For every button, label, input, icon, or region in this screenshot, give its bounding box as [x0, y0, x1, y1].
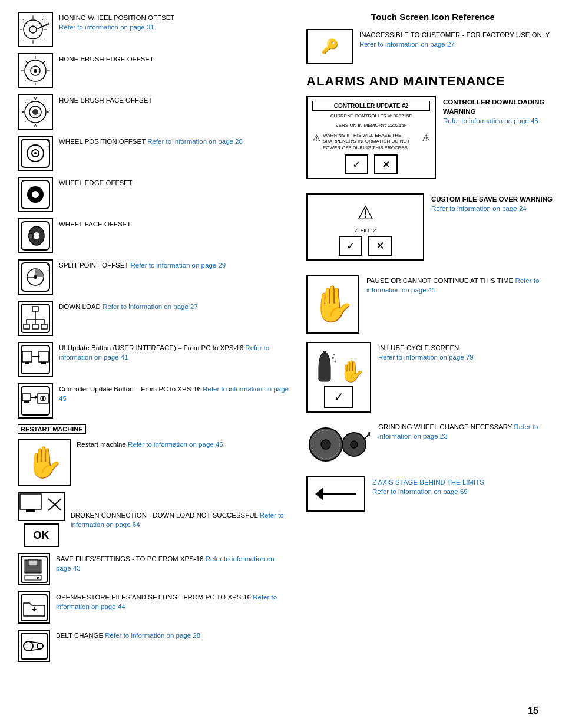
- controller-update-row: Controller Update Button – From PC to XP…: [18, 383, 289, 419]
- custom-file-btns: ✓ ✕: [312, 236, 418, 256]
- svg-line-33: [21, 112, 24, 113]
- grinding-wheel-row: GRINDING WHEEL CHANGE NECESSARY Refer to…: [306, 421, 560, 468]
- controller-box-btns: ✓ ✕: [312, 154, 430, 174]
- svg-point-87: [37, 577, 39, 579]
- wheel-position-text: WHEEL POSITION OFFSET Refer to informati…: [59, 136, 289, 146]
- restart-label: RESTART MACHINE: [18, 424, 289, 436]
- open-restore-label: OPEN/RESTORE FILES AND SETTING - FROM PC…: [56, 594, 251, 601]
- broken-conn-icon-area: OK: [18, 492, 65, 547]
- ui-update-icon: [18, 342, 53, 377]
- lube-check-btn[interactable]: ✓: [324, 386, 353, 408]
- hone-brush-face-label: HONE BRUSH FACE OFFSET: [59, 97, 152, 104]
- svg-point-1: [29, 26, 37, 33]
- hone-brush-face-row: HONE BRUSH FACE OFFSET: [18, 94, 289, 130]
- custom-file-x-btn[interactable]: ✕: [368, 236, 392, 256]
- download-row: DOWN LOAD Refer to information on page 2…: [18, 301, 289, 336]
- key-ref: Refer to information on page 27: [359, 41, 455, 48]
- svg-point-43: [34, 152, 37, 154]
- wheel-position-label: WHEEL POSITION OFFSET: [59, 138, 146, 145]
- svg-rect-58: [41, 324, 47, 329]
- svg-marker-90: [32, 609, 37, 611]
- wheel-position-ref: Refer to information on page 28: [147, 138, 243, 145]
- restart-hand-box: ✋: [18, 439, 71, 486]
- save-files-section: SAVE FILES/SETTINGS - TO PC FROM XPS-16 …: [18, 553, 289, 662]
- svg-rect-65: [22, 351, 32, 362]
- download-ref: Refer to information on page 27: [103, 303, 198, 310]
- controller-update-label: Controller Update Button – From PC to XP…: [59, 386, 201, 393]
- belt-change-ref: Refer to information on page 28: [105, 632, 200, 639]
- open-restore-text: OPEN/RESTORE FILES AND SETTING - FROM PC…: [56, 591, 289, 611]
- z-axis-svg: [309, 479, 362, 509]
- spray-icon: [313, 350, 336, 382]
- svg-point-0: [24, 20, 42, 39]
- grinding-wheel-label: GRINDING WHEEL CHANGE NECESSARY: [378, 423, 512, 430]
- pause-hand-box: ✋: [306, 275, 359, 334]
- svg-line-37: [43, 120, 45, 122]
- lube-spray-area: ✋: [313, 347, 365, 382]
- pause-label: PAUSE OR CANNOT CONTINUE AT THIS TIME: [366, 277, 513, 284]
- hone-brush-edge-icon: [18, 53, 53, 88]
- key-row: 🔑 INACCESSIBLE TO CUSTOMER - FOR FACTORY…: [306, 29, 560, 64]
- svg-rect-57: [32, 324, 38, 329]
- controller-check-btn[interactable]: ✓: [345, 154, 368, 174]
- restart-ref: Refer to information on page 46: [128, 441, 223, 448]
- grinding-wheel-icon-area: [306, 421, 371, 468]
- svg-line-38: [43, 103, 45, 105]
- controller-update-alarm-ref: Refer to information on page 45: [443, 117, 538, 124]
- svg-rect-72: [22, 394, 31, 401]
- lube-cycle-label: IN LUBE CYCLE SCREEN: [378, 344, 459, 351]
- hone-brush-face-text: HONE BRUSH FACE OFFSET: [59, 94, 289, 105]
- restart-hand-icon: ✋: [25, 447, 64, 477]
- controller-update-box: CONTROLLER UPDATE #2 CURRENT CONTROLLER …: [306, 96, 436, 185]
- controller-update-alarm-row: CONTROLLER UPDATE #2 CURRENT CONTROLLER …: [306, 96, 560, 185]
- lube-cycle-row: ✋ ✓ IN LUBE CYCLE SCREEN Refer to inform…: [306, 342, 560, 413]
- right-column: Touch Screen Icon Reference 🔑 INACCESSIB…: [306, 12, 560, 668]
- file-label: 2. FILE 2: [312, 228, 418, 233]
- lube-cycle-ref: Refer to information on page 79: [378, 354, 474, 361]
- honing-wheel-icon: + −: [18, 12, 53, 47]
- wheel-position-row: +− WHEEL POSITION OFFSET Refer to inform…: [18, 136, 289, 171]
- download-icon: [18, 301, 53, 336]
- svg-point-16: [34, 69, 37, 73]
- custom-file-box-ui: ⚠ 2. FILE 2 ✓ ✕: [306, 193, 424, 261]
- controller-x-btn[interactable]: ✕: [374, 154, 398, 174]
- svg-line-7: [41, 37, 43, 39]
- broken-conn-row: OK BROKEN CONNECTION - DOWN LOAD NOT SUC…: [18, 492, 289, 547]
- svg-point-97: [334, 360, 336, 362]
- svg-point-27: [32, 109, 38, 115]
- z-axis-ref: Refer to information on page 69: [372, 488, 468, 495]
- split-point-ref: Refer to information on page 29: [130, 262, 226, 269]
- hone-brush-edge-row: HONE BRUSH EDGE OFFSET: [18, 53, 289, 88]
- svg-point-93: [37, 643, 43, 649]
- custom-file-save-ref: Refer to information on page 24: [431, 205, 527, 212]
- honing-wheel-text: HONING WHEEL POSITION OFFSET Refer to in…: [59, 12, 289, 32]
- svg-line-23: [43, 61, 45, 64]
- z-axis-text: Z AXIS STAGE BEHIND THE LIMITS Refer to …: [372, 476, 560, 496]
- pause-text: PAUSE OR CANNOT CONTINUE AT THIS TIME Re…: [366, 275, 560, 295]
- custom-file-check-btn[interactable]: ✓: [339, 236, 362, 256]
- controller-box-ui: CONTROLLER UPDATE #2 CURRENT CONTROLLER …: [306, 96, 436, 179]
- svg-line-22: [43, 78, 45, 81]
- key-text: INACCESSIBLE TO CUSTOMER - FOR FACTORY U…: [359, 29, 560, 49]
- wheel-face-icon: [18, 218, 53, 253]
- pause-hand-icon: ✋: [311, 286, 355, 322]
- open-restore-row: OPEN/RESTORE FILES AND SETTING - FROM PC…: [18, 591, 289, 624]
- svg-point-98: [333, 354, 335, 355]
- svg-point-92: [24, 641, 33, 651]
- broken-conn-icon: [18, 492, 65, 521]
- restart-section: RESTART MACHINE ✋ Restart machine Refer …: [18, 424, 289, 486]
- wheel-edge-icon: [18, 177, 53, 212]
- svg-point-50: [28, 233, 33, 238]
- broken-conn-text: BROKEN CONNECTION - DOWN LOAD NOT SUCCES…: [71, 509, 289, 529]
- controller-box-title: CONTROLLER UPDATE #2: [312, 101, 430, 111]
- key-icon: 🔑: [306, 29, 353, 64]
- alarms-title: ALARMS AND MAINTENANCE: [306, 74, 560, 89]
- ok-button[interactable]: OK: [24, 523, 59, 547]
- ui-update-text: UI Update Button (USER INTERFACE) – From…: [59, 342, 289, 362]
- custom-file-save-label: CUSTOM FILE SAVE OVER WARNING: [431, 196, 553, 203]
- hone-brush-edge-text: HONE BRUSH EDGE OFFSET: [59, 53, 289, 64]
- svg-rect-79: [20, 494, 41, 509]
- svg-line-39: [26, 120, 28, 122]
- restart-row: ✋ Restart machine Refer to information o…: [18, 439, 289, 486]
- svg-rect-66: [25, 362, 29, 364]
